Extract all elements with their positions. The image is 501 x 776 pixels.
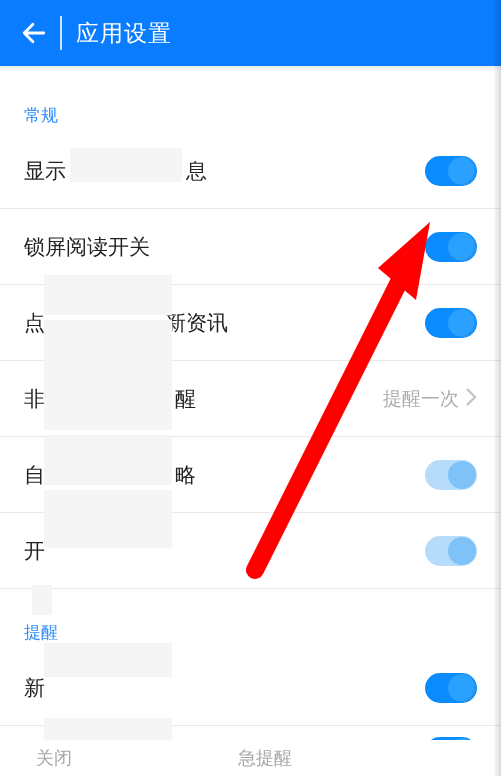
footer-right: 急提醒 (238, 746, 292, 770)
header-bar: 应用设置 (0, 0, 501, 66)
row-new-1-label: 新 (24, 674, 45, 702)
page-title: 应用设置 (76, 18, 172, 49)
row-lockscreen-label: 锁屏阅读开关 (24, 233, 150, 261)
redaction-box (32, 585, 52, 615)
switch-new-1[interactable] (425, 673, 477, 703)
switch-auto-strategy[interactable] (425, 460, 477, 490)
switch-lockscreen[interactable] (425, 232, 477, 262)
chevron-right-icon (465, 387, 477, 411)
switch-show-msg[interactable] (425, 156, 477, 186)
redaction-box (70, 148, 182, 182)
footer-tabs: 关闭 急提醒 (0, 740, 501, 776)
redaction-box (44, 643, 172, 677)
switch-news[interactable] (425, 308, 477, 338)
redaction-box (44, 275, 172, 315)
row-nonwifi-right: 提醒一次 (383, 386, 477, 412)
back-button[interactable] (14, 13, 54, 53)
row-nonwifi-value: 提醒一次 (383, 386, 459, 412)
redaction-box (44, 435, 172, 485)
section-general-label: 常规 (0, 94, 501, 133)
redaction-box (44, 320, 172, 430)
row-open-x-label: 开 (24, 537, 45, 565)
row-lockscreen[interactable]: 锁屏阅读开关 (0, 209, 501, 285)
header-divider (60, 16, 62, 50)
app-screen: 应用设置 常规 显示息 锁屏阅读开关 点新资讯 非醒 (0, 0, 501, 776)
arrow-left-icon (21, 20, 47, 46)
redaction-box (44, 490, 172, 548)
footer-left: 关闭 (36, 746, 72, 770)
switch-open-x[interactable] (425, 536, 477, 566)
